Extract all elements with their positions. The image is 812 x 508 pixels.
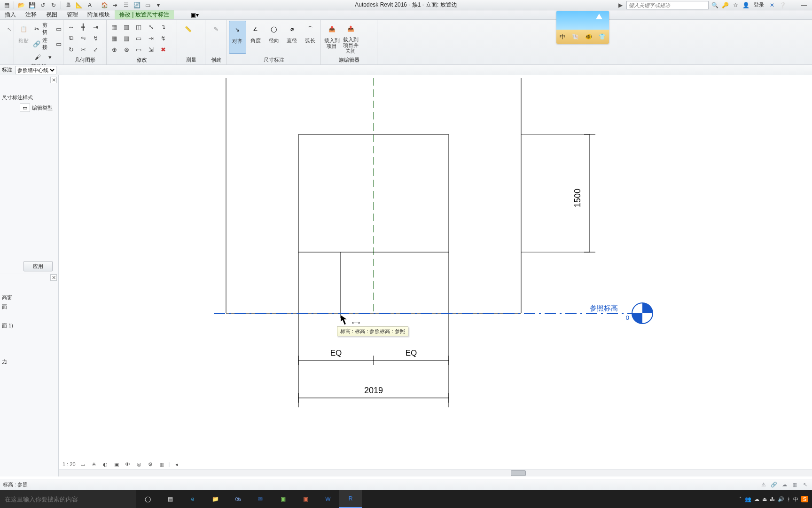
tray-bt-icon[interactable]: ᚼ: [787, 496, 790, 502]
measure-icon[interactable]: 📐: [74, 1, 84, 9]
tab-view[interactable]: 视图: [41, 10, 62, 19]
key-icon[interactable]: 🔑: [721, 1, 729, 9]
taskbar-cortana-icon[interactable]: ◯: [136, 490, 159, 508]
vb-shadow-icon[interactable]: ◐: [101, 460, 109, 468]
mod-13-icon[interactable]: ▭: [133, 44, 144, 55]
dim-angular-button[interactable]: ∠ 角度: [247, 21, 265, 54]
sb-select-icon[interactable]: ↖: [801, 481, 809, 489]
geom-rotate-icon[interactable]: ↻: [65, 44, 77, 55]
tray-sogou-icon[interactable]: S: [801, 496, 808, 502]
help-search-input[interactable]: [627, 2, 708, 8]
tray-up-icon[interactable]: ˄: [739, 496, 742, 502]
clip-icon[interactable]: ▭: [54, 39, 63, 49]
sync-icon[interactable]: 🔄: [132, 1, 141, 9]
tab-manage[interactable]: 管理: [62, 10, 83, 19]
geom-copy-icon[interactable]: ⧉: [65, 33, 77, 43]
measure-button[interactable]: 📏: [179, 21, 197, 54]
drawing-canvas[interactable]: 1500 EQ EQ 2019 参照标高 0 ⟷ 标高 : 标高 : 参照标高 …: [59, 78, 812, 464]
tab-modify[interactable]: 修改 | 放置尺寸标注: [115, 10, 174, 19]
paint-dd-icon[interactable]: ▾: [44, 52, 55, 62]
vb-reveal-icon[interactable]: ◎: [135, 460, 143, 468]
navigation-widget[interactable]: 中 🐚 🐠 👕: [556, 11, 609, 44]
geom-move-icon[interactable]: ↔: [65, 22, 77, 32]
browser-item[interactable]: 面 1): [2, 321, 13, 330]
sb-cloud-icon[interactable]: ☁: [780, 481, 789, 489]
sb-filter-icon[interactable]: ▥: [790, 481, 799, 489]
edit-type-button[interactable]: ▭ 编辑类型: [20, 103, 53, 112]
sb-warn-icon[interactable]: ⚠: [759, 481, 768, 489]
exchange-icon[interactable]: ✕: [768, 1, 776, 9]
browser-item[interactable]: 力: [2, 357, 13, 366]
tray-net-icon[interactable]: 🖧: [770, 496, 775, 502]
taskbar-wps-icon[interactable]: W: [317, 490, 339, 508]
taskbar-explorer-icon[interactable]: 📁: [204, 490, 226, 508]
cut-icon[interactable]: ✂: [32, 24, 41, 34]
view-scale[interactable]: 1 : 20: [62, 461, 76, 467]
geom-mirror-icon[interactable]: ⇋: [78, 33, 89, 43]
browser-item[interactable]: 高窗: [2, 293, 13, 302]
vb-temp-icon[interactable]: ⚙: [146, 460, 155, 468]
optbar-reference-dropdown[interactable]: 参照墙中心线: [15, 66, 56, 74]
taskbar-edge-icon[interactable]: e: [181, 490, 204, 508]
mod-2-icon[interactable]: ▥: [121, 22, 132, 32]
dim-aligned-button[interactable]: ↘ 对齐: [229, 21, 246, 54]
taskbar-revit-icon[interactable]: R: [339, 490, 362, 508]
app-menu-button[interactable]: ▤: [2, 1, 11, 9]
vb-show-icon[interactable]: ▥: [157, 460, 166, 468]
mod-9-icon[interactable]: ⇥: [145, 33, 156, 43]
geom-offset-icon[interactable]: ⇥: [90, 22, 101, 32]
taskbar-search[interactable]: [0, 490, 136, 508]
geom-trim-icon[interactable]: ↯: [90, 33, 101, 43]
mod-12-icon[interactable]: ⊗: [121, 44, 132, 55]
taskbar-store-icon[interactable]: 🛍: [226, 490, 249, 508]
scrollbar-thumb[interactable]: [511, 470, 526, 476]
paint-icon[interactable]: 🖌: [32, 52, 43, 62]
mod-5-icon[interactable]: ↴: [157, 22, 169, 32]
mod-7-icon[interactable]: ▥: [121, 33, 132, 43]
help-search-box[interactable]: [626, 1, 709, 9]
search-play-icon[interactable]: ▶: [616, 1, 625, 9]
geom-scale-icon[interactable]: ⤢: [90, 44, 101, 55]
list-icon[interactable]: ☰: [121, 1, 131, 9]
tab-annotate[interactable]: 注释: [21, 10, 41, 19]
geom-split-icon[interactable]: ✂: [78, 44, 89, 55]
qat-dropdown[interactable]: ▾: [154, 1, 163, 9]
help-icon[interactable]: ❔: [778, 1, 787, 9]
taskbar-taskview-icon[interactable]: ▤: [159, 490, 181, 508]
tab-addins[interactable]: 附加模块: [83, 10, 115, 19]
dim-diameter-button[interactable]: ⌀ 直径: [283, 21, 301, 54]
login-link[interactable]: 登录: [752, 1, 766, 8]
taskbar-app1-icon[interactable]: ▣: [272, 490, 294, 508]
browser-close-button[interactable]: ✕: [50, 274, 57, 281]
mod-3-icon[interactable]: ◫: [133, 22, 144, 32]
mod-10-icon[interactable]: ↯: [157, 33, 169, 43]
tab-insert[interactable]: 插入: [0, 10, 21, 19]
vb-detail-icon[interactable]: ▭: [78, 460, 87, 468]
save-button[interactable]: 💾: [27, 1, 37, 9]
vb-hide-icon[interactable]: 👁: [124, 460, 132, 468]
undo-button[interactable]: ↺: [38, 1, 47, 9]
tray-ime-text[interactable]: 中: [793, 496, 798, 503]
ribbon-expand-icon[interactable]: ▣▾: [186, 10, 203, 19]
join-icon[interactable]: 🔗: [32, 39, 41, 49]
mod-8-icon[interactable]: ▭: [133, 33, 144, 43]
tray-cloud-icon[interactable]: ☁: [754, 496, 759, 502]
minimize-button[interactable]: —: [798, 1, 810, 9]
redo-button[interactable]: ↻: [49, 1, 58, 9]
print-button[interactable]: 🖶: [63, 1, 73, 9]
apply-button[interactable]: 应用: [23, 261, 53, 271]
properties-close-button[interactable]: ✕: [50, 77, 57, 83]
matchtype-icon[interactable]: ▭: [54, 24, 63, 34]
dim-radial-button[interactable]: ◯ 径向: [265, 21, 282, 54]
taskbar-search-input[interactable]: [5, 496, 132, 503]
mod-11-icon[interactable]: ⊕: [109, 44, 120, 55]
dim-arc-button[interactable]: ⌒ 弧长: [301, 21, 319, 54]
sb-link-icon[interactable]: 🔗: [770, 481, 778, 489]
mod-4-icon[interactable]: ⤡: [145, 22, 156, 32]
browser-item[interactable]: 面: [2, 302, 13, 311]
tray-usb-icon[interactable]: ⏏: [762, 496, 767, 502]
mod-6-icon[interactable]: ▦: [109, 33, 120, 43]
arrow-icon[interactable]: ➜: [110, 1, 120, 9]
window-switch-icon[interactable]: ▭: [143, 1, 152, 9]
taskbar-app2-icon[interactable]: ▣: [294, 490, 317, 508]
